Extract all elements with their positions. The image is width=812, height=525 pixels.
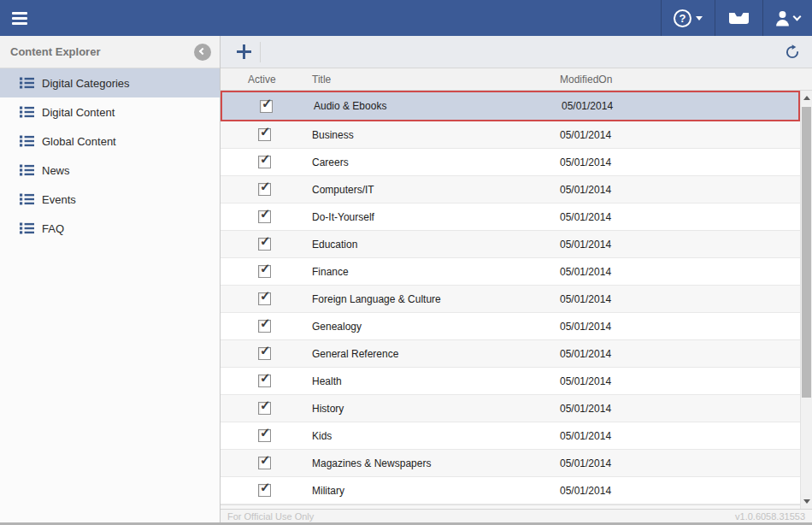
triangle-up-icon xyxy=(803,96,810,100)
cell-modifiedon: 05/01/2014 xyxy=(560,156,800,168)
cell-active: ✓ xyxy=(221,183,312,196)
version-label: v1.0.6058.31553 xyxy=(735,511,805,522)
help-icon: ? xyxy=(674,9,691,27)
table-row-history[interactable]: ✓History05/01/2014 xyxy=(221,395,800,422)
active-checkbox[interactable]: ✓ xyxy=(258,320,271,333)
add-button[interactable] xyxy=(231,36,256,68)
chevron-down-icon xyxy=(793,12,802,21)
table-row-kids[interactable]: ✓Kids05/01/2014 xyxy=(221,422,800,450)
table-row-do-it-yourself[interactable]: ✓Do-It-Yourself05/01/2014 xyxy=(221,204,800,231)
help-menu-button[interactable]: ? xyxy=(661,0,715,36)
sidebar-collapse-button[interactable] xyxy=(194,44,211,61)
active-checkbox[interactable]: ✓ xyxy=(258,156,271,168)
cell-modifiedon: 05/01/2014 xyxy=(560,485,800,497)
app-window: ? Content Explorer xyxy=(0,0,812,525)
cell-modifiedon: 05/01/2014 xyxy=(560,348,800,360)
cell-active: ✓ xyxy=(221,457,312,469)
list-icon xyxy=(20,135,34,147)
sidebar-item-digital-categories[interactable]: Digital Categories xyxy=(0,68,220,97)
table-row-magazines-newspapers[interactable]: ✓Magazines & Newspapers05/01/2014 xyxy=(221,450,800,477)
sidebar-item-label: Digital Content xyxy=(42,106,115,119)
active-checkbox[interactable]: ✓ xyxy=(258,183,271,196)
checkmark-icon: ✓ xyxy=(260,288,271,304)
cell-active: ✓ xyxy=(221,375,312,387)
active-checkbox[interactable]: ✓ xyxy=(258,128,271,141)
cell-title: Health xyxy=(312,375,560,387)
classification-label: For Official Use Only xyxy=(227,511,314,522)
sidebar-item-label: News xyxy=(42,164,70,177)
sidebar-item-news[interactable]: News xyxy=(0,156,220,185)
sidebar-item-faq[interactable]: FAQ xyxy=(0,214,220,243)
cell-title: Computers/IT xyxy=(312,184,560,196)
checkmark-icon: ✓ xyxy=(260,151,271,167)
table-body: ✓Audio & Ebooks05/01/2014✓Business05/01/… xyxy=(221,91,800,509)
hamburger-menu-icon[interactable] xyxy=(0,0,39,36)
cell-modifiedon: 05/01/2014 xyxy=(560,239,800,251)
sidebar-item-global-content[interactable]: Global Content xyxy=(0,127,220,156)
table-header: Active Title ModifiedOn xyxy=(221,68,812,91)
cell-active: ✓ xyxy=(221,292,312,305)
cell-title: Finance xyxy=(312,266,560,278)
checkmark-icon: ✓ xyxy=(260,179,271,194)
cell-active: ✓ xyxy=(221,429,312,442)
scroll-down-button[interactable] xyxy=(801,494,812,509)
cell-title: Business xyxy=(312,129,560,141)
table-row-foreign-language-culture[interactable]: ✓Foreign Language & Culture05/01/2014 xyxy=(221,286,800,313)
scrollbar-thumb[interactable] xyxy=(802,107,811,398)
table-row-finance[interactable]: ✓Finance05/01/2014 xyxy=(221,258,800,286)
active-checkbox[interactable]: ✓ xyxy=(258,402,271,415)
user-menu-button[interactable] xyxy=(762,0,812,36)
checkmark-icon: ✓ xyxy=(260,370,271,386)
table-row-business[interactable]: ✓Business05/01/2014 xyxy=(221,121,800,149)
cell-modifiedon: 05/01/2014 xyxy=(560,129,800,141)
cell-active: ✓ xyxy=(221,210,312,223)
checkmark-icon: ✓ xyxy=(262,96,273,111)
cell-modifiedon: 05/01/2014 xyxy=(560,266,800,278)
cell-modifiedon: 05/01/2014 xyxy=(560,457,800,469)
column-header-title[interactable]: Title xyxy=(312,74,560,86)
table-row-health[interactable]: ✓Health05/01/2014 xyxy=(221,368,800,395)
cell-title: Education xyxy=(312,239,560,251)
cell-modifiedon: 05/01/2014 xyxy=(562,100,798,112)
table-row-careers[interactable]: ✓Careers05/01/2014 xyxy=(221,149,800,176)
refresh-icon xyxy=(785,44,800,60)
cell-active: ✓ xyxy=(221,320,312,333)
sidebar-item-label: FAQ xyxy=(42,222,64,235)
active-checkbox[interactable]: ✓ xyxy=(258,375,271,387)
sidebar-title: Content Explorer xyxy=(10,45,100,58)
cell-active: ✓ xyxy=(221,347,312,360)
table-row-genealogy[interactable]: ✓Genealogy05/01/2014 xyxy=(221,313,800,340)
active-checkbox[interactable]: ✓ xyxy=(260,100,273,113)
active-checkbox[interactable]: ✓ xyxy=(258,484,271,497)
table-row-computers-it[interactable]: ✓Computers/IT05/01/2014 xyxy=(221,176,800,204)
chevron-left-icon xyxy=(199,47,206,54)
refresh-button[interactable] xyxy=(781,36,803,68)
sidebar-item-events[interactable]: Events xyxy=(0,185,220,214)
sidebar-item-label: Global Content xyxy=(42,135,116,148)
active-checkbox[interactable]: ✓ xyxy=(258,210,271,223)
active-checkbox[interactable]: ✓ xyxy=(258,238,271,251)
vertical-scrollbar[interactable] xyxy=(800,91,812,509)
active-checkbox[interactable]: ✓ xyxy=(258,429,271,442)
sidebar-item-label: Digital Categories xyxy=(42,77,130,90)
list-icon xyxy=(20,222,34,234)
table-row-education[interactable]: ✓Education05/01/2014 xyxy=(221,231,800,258)
inbox-button[interactable] xyxy=(715,0,762,36)
active-checkbox[interactable]: ✓ xyxy=(258,265,271,278)
cell-modifiedon: 05/01/2014 xyxy=(560,321,800,333)
table-row-audio-ebooks[interactable]: ✓Audio & Ebooks05/01/2014 xyxy=(221,91,800,121)
active-checkbox[interactable]: ✓ xyxy=(258,347,271,360)
inbox-tray-icon xyxy=(727,11,750,26)
checkmark-icon: ✓ xyxy=(260,398,271,413)
column-header-active[interactable]: Active xyxy=(221,74,312,86)
checkmark-icon: ✓ xyxy=(260,206,271,221)
checkmark-icon: ✓ xyxy=(260,316,271,331)
table-row-military[interactable]: ✓Military05/01/2014 xyxy=(221,477,800,504)
checkmark-icon: ✓ xyxy=(260,343,271,358)
active-checkbox[interactable]: ✓ xyxy=(258,457,271,469)
table-row-general-reference[interactable]: ✓General Reference05/01/2014 xyxy=(221,340,800,368)
scroll-up-button[interactable] xyxy=(801,91,812,105)
column-header-modifiedon[interactable]: ModifiedOn xyxy=(560,74,812,86)
sidebar-item-digital-content[interactable]: Digital Content xyxy=(0,97,220,127)
active-checkbox[interactable]: ✓ xyxy=(258,292,271,305)
